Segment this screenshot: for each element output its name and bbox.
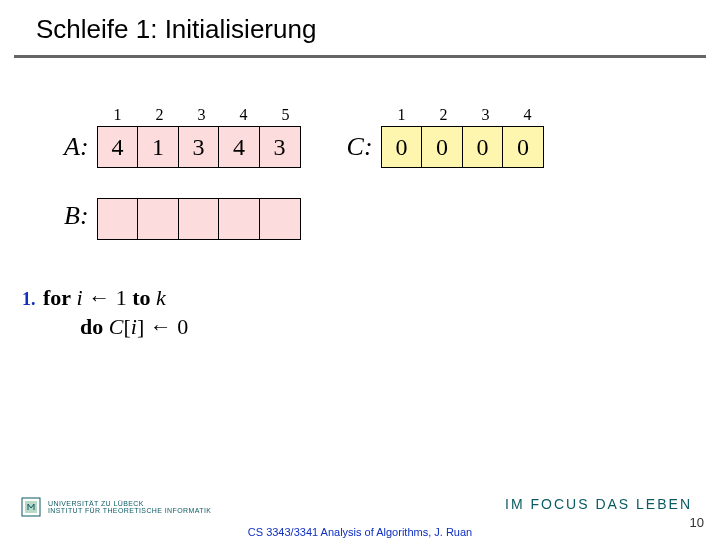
array-cell [259, 198, 301, 240]
array-cell [178, 198, 220, 240]
footer-logo: UNIVERSITÄT ZU LÜBECK INSTITUT FÜR THEOR… [20, 496, 211, 518]
array-a-block: A: 1 2 3 4 5 4 1 3 4 3 [64, 106, 307, 168]
pseudocode-line-2: do C[i] ← 0 [80, 313, 720, 342]
array-c-grid: 1 2 3 4 0 0 0 0 [381, 106, 549, 168]
var-k: k [156, 285, 166, 310]
attribution: CS 3343/3341 Analysis of Algorithms, J. … [248, 526, 472, 538]
footer-tagline: IM FOCUS DAS LEBEN [505, 496, 692, 512]
array-cell [97, 198, 139, 240]
array-cell: 0 [381, 126, 423, 168]
index-cell: 3 [465, 106, 507, 126]
array-c-cells: 0 0 0 0 [381, 126, 549, 168]
array-c-label: C: [347, 132, 373, 168]
keyword-for: for [43, 285, 71, 310]
var-C: C [109, 314, 124, 339]
keyword-do: do [80, 314, 103, 339]
index-cell: 1 [381, 106, 423, 126]
index-cell: 5 [265, 106, 307, 126]
uni-line2: INSTITUT FÜR THEORETISCHE INFORMATIK [48, 507, 211, 514]
bracket-close: ] [137, 314, 144, 339]
array-cell: 4 [218, 126, 260, 168]
index-cell: 2 [423, 106, 465, 126]
array-cell: 0 [502, 126, 544, 168]
array-cell [218, 198, 260, 240]
index-cell: 1 [97, 106, 139, 126]
array-a-cells: 4 1 3 4 3 [97, 126, 307, 168]
array-cell: 0 [462, 126, 504, 168]
array-a-indices: 1 2 3 4 5 [97, 106, 307, 126]
arrays-container: A: 1 2 3 4 5 4 1 3 4 3 C: 1 2 3 [64, 106, 720, 168]
title-underline [14, 55, 706, 58]
array-a-label: A: [64, 132, 89, 168]
array-cell: 3 [178, 126, 220, 168]
index-cell: 4 [507, 106, 549, 126]
array-c-indices: 1 2 3 4 [381, 106, 549, 126]
pseudocode-line-1: 1. for i ← 1 to k [22, 284, 720, 313]
arrow-left: ← [150, 314, 172, 339]
university-name: UNIVERSITÄT ZU LÜBECK INSTITUT FÜR THEOR… [48, 500, 211, 515]
array-cell: 0 [421, 126, 463, 168]
array-b-block: B: [64, 198, 720, 240]
array-b-label: B: [64, 201, 89, 237]
index-cell: 3 [181, 106, 223, 126]
array-cell [137, 198, 179, 240]
array-c-block: C: 1 2 3 4 0 0 0 0 [347, 106, 549, 168]
array-b-cells [97, 198, 301, 240]
uni-line1: UNIVERSITÄT ZU LÜBECK [48, 500, 211, 507]
array-cell: 1 [137, 126, 179, 168]
index-cell: 4 [223, 106, 265, 126]
literal-zero: 0 [177, 314, 188, 339]
index-cell: 2 [139, 106, 181, 126]
line-number: 1. [22, 289, 36, 309]
array-a-grid: 1 2 3 4 5 4 1 3 4 3 [97, 106, 307, 168]
arrow-left: ← [88, 285, 110, 310]
array-cell: 3 [259, 126, 301, 168]
array-cell: 4 [97, 126, 139, 168]
svg-rect-1 [25, 501, 37, 513]
var-i: i [77, 285, 83, 310]
bracket-open: [ [123, 314, 130, 339]
page-number: 10 [690, 515, 704, 530]
slide-title: Schleife 1: Initialisierung [0, 0, 720, 53]
pseudocode: 1. for i ← 1 to k do C[i] ← 0 [22, 284, 720, 341]
keyword-to: to [132, 285, 150, 310]
literal-one: 1 [116, 285, 127, 310]
university-logo-icon [20, 496, 42, 518]
